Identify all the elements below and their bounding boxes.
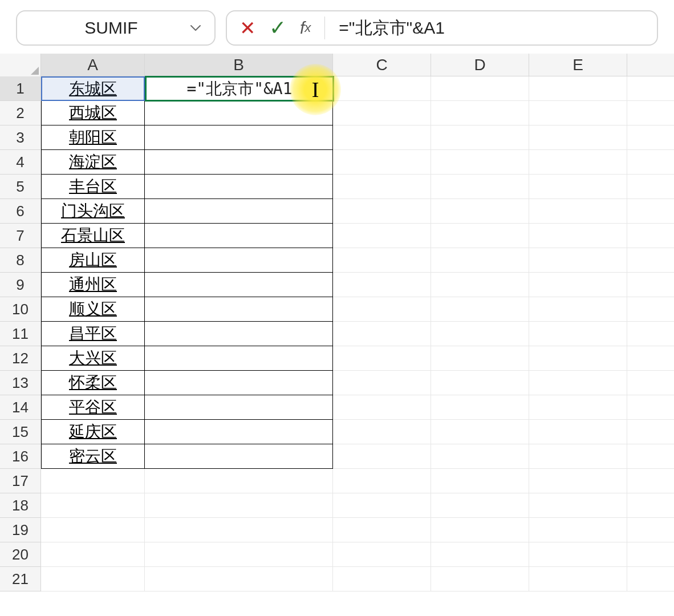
cell[interactable]	[145, 175, 333, 199]
cell[interactable]	[145, 150, 333, 175]
cell[interactable]	[529, 444, 627, 469]
cell[interactable]: 密云区	[41, 444, 145, 469]
cell[interactable]	[529, 346, 627, 371]
col-header-C[interactable]: C	[333, 54, 431, 76]
cell[interactable]	[41, 469, 145, 493]
cell[interactable]	[145, 224, 333, 248]
cell[interactable]	[41, 493, 145, 518]
row-header[interactable]: 8	[0, 248, 41, 273]
cell[interactable]: 平谷区	[41, 395, 145, 420]
cell[interactable]	[333, 395, 431, 420]
cell[interactable]	[529, 273, 627, 297]
cell[interactable]	[627, 322, 674, 346]
cell[interactable]	[627, 567, 674, 591]
cell[interactable]: 朝阳区	[41, 125, 145, 150]
col-header-D[interactable]: D	[431, 54, 529, 76]
cell[interactable]	[627, 248, 674, 273]
cell[interactable]	[529, 199, 627, 224]
cell[interactable]	[431, 224, 529, 248]
row-header[interactable]: 6	[0, 199, 41, 224]
cell[interactable]	[627, 371, 674, 395]
cell[interactable]	[333, 567, 431, 591]
cell[interactable]	[529, 567, 627, 591]
cell[interactable]	[627, 175, 674, 199]
cell[interactable]	[431, 248, 529, 273]
cell[interactable]	[431, 273, 529, 297]
row-header[interactable]: 19	[0, 518, 41, 542]
confirm-icon[interactable]: ✓	[269, 16, 286, 40]
cell[interactable]	[431, 76, 529, 101]
cell[interactable]: 延庆区	[41, 420, 145, 444]
row-header[interactable]: 12	[0, 346, 41, 371]
cell[interactable]	[431, 395, 529, 420]
cell[interactable]: 怀柔区	[41, 371, 145, 395]
row-header[interactable]: 15	[0, 420, 41, 444]
cell[interactable]	[145, 125, 333, 150]
cell[interactable]: 通州区	[41, 273, 145, 297]
cell[interactable]	[627, 493, 674, 518]
cell[interactable]	[333, 248, 431, 273]
cell[interactable]	[431, 493, 529, 518]
cell[interactable]	[431, 567, 529, 591]
cell[interactable]	[333, 199, 431, 224]
cell[interactable]	[333, 371, 431, 395]
cell[interactable]	[145, 567, 333, 591]
row-header[interactable]: 7	[0, 224, 41, 248]
cell[interactable]: 东城区	[41, 76, 145, 101]
cell[interactable]: 门头沟区	[41, 199, 145, 224]
cell[interactable]	[431, 125, 529, 150]
cell[interactable]	[529, 469, 627, 493]
cell[interactable]	[145, 322, 333, 346]
cell[interactable]	[145, 273, 333, 297]
cell[interactable]	[333, 469, 431, 493]
cell[interactable]	[145, 518, 333, 542]
cell[interactable]	[145, 371, 333, 395]
col-header-A[interactable]: A	[41, 54, 145, 76]
cell[interactable]	[627, 199, 674, 224]
formula-input[interactable]: ="北京市"&A1	[339, 17, 644, 40]
name-box[interactable]: SUMIF	[16, 10, 216, 46]
row-header[interactable]: 21	[0, 567, 41, 591]
row-header[interactable]: 14	[0, 395, 41, 420]
cell[interactable]	[145, 542, 333, 567]
cell[interactable]: 房山区	[41, 248, 145, 273]
cell[interactable]	[333, 273, 431, 297]
cell[interactable]	[431, 542, 529, 567]
cell[interactable]	[529, 420, 627, 444]
spreadsheet-grid[interactable]: A B C D E 1东城区2西城区3朝阳区4海淀区5丰台区6门头沟区7石景山区…	[0, 54, 674, 591]
cell[interactable]	[41, 542, 145, 567]
cell[interactable]	[431, 150, 529, 175]
cell[interactable]	[333, 420, 431, 444]
cell[interactable]	[529, 175, 627, 199]
row-header[interactable]: 17	[0, 469, 41, 493]
cell[interactable]	[529, 248, 627, 273]
cell[interactable]	[431, 518, 529, 542]
cell[interactable]: 丰台区	[41, 175, 145, 199]
cell[interactable]	[431, 322, 529, 346]
cell[interactable]	[145, 469, 333, 493]
cell[interactable]	[627, 346, 674, 371]
row-header[interactable]: 9	[0, 273, 41, 297]
cell[interactable]	[431, 371, 529, 395]
row-header[interactable]: 5	[0, 175, 41, 199]
cell[interactable]	[627, 125, 674, 150]
cell[interactable]	[431, 199, 529, 224]
cell[interactable]	[41, 518, 145, 542]
cell[interactable]	[529, 125, 627, 150]
cell[interactable]	[627, 420, 674, 444]
cell[interactable]	[333, 346, 431, 371]
cell[interactable]	[145, 493, 333, 518]
cell[interactable]: 西城区	[41, 101, 145, 125]
cell[interactable]	[627, 101, 674, 125]
cell[interactable]	[333, 150, 431, 175]
cell[interactable]	[627, 224, 674, 248]
cancel-icon[interactable]: ✕	[239, 17, 255, 39]
row-header[interactable]: 18	[0, 493, 41, 518]
cell[interactable]	[529, 542, 627, 567]
cell[interactable]	[333, 125, 431, 150]
cell[interactable]	[529, 101, 627, 125]
cell[interactable]	[145, 395, 333, 420]
cell[interactable]	[145, 101, 333, 125]
cell[interactable]	[627, 297, 674, 322]
cell[interactable]	[627, 76, 674, 101]
